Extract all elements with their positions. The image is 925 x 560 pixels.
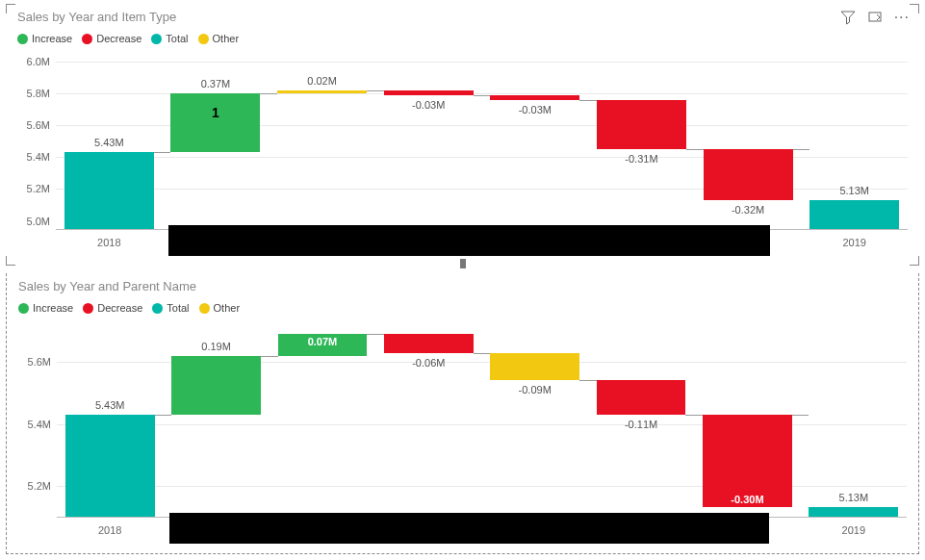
- connector: [685, 415, 703, 416]
- waterfall-bar[interactable]: 5.13M: [801, 200, 908, 229]
- data-label: 5.43M: [56, 137, 163, 148]
- waterfall-bar[interactable]: 5.43M: [57, 415, 163, 517]
- data-label: 5.43M: [57, 399, 163, 411]
- waterfall-bar[interactable]: 0.19M: [163, 356, 269, 415]
- legend-other[interactable]: Other: [214, 302, 241, 314]
- plot-area: 5.6M 5.4M 5.2M 5.43M0.19M0.07M-0.06M-0.0…: [18, 331, 907, 544]
- legend-total[interactable]: Total: [167, 302, 189, 314]
- y-axis: 5.6M 5.4M 5.2M: [18, 331, 55, 517]
- waterfall-bar[interactable]: 0.02M: [269, 90, 375, 93]
- highlight-label: 1: [163, 105, 270, 120]
- y-tick: 5.6M: [27, 119, 50, 131]
- y-axis: 6.0M 5.8M 5.6M 5.4M 5.2M 5.0M: [17, 62, 54, 229]
- connector: [261, 356, 278, 357]
- filter-icon[interactable]: [840, 10, 856, 25]
- waterfall-bar[interactable]: -0.31M: [588, 100, 695, 149]
- connector: [367, 90, 384, 91]
- connector: [792, 415, 809, 416]
- selection-corner: [910, 256, 919, 266]
- chart-sales-by-year-item-type[interactable]: Sales by Year and Item Type ··· Increase…: [6, 4, 919, 266]
- legend: Increase Decrease Total Other: [17, 33, 239, 44]
- waterfall-bar[interactable]: -0.06M: [375, 334, 481, 352]
- y-tick: 5.0M: [27, 216, 50, 227]
- data-label: -0.06M: [375, 357, 481, 369]
- waterfall-bar[interactable]: 5.43M: [56, 152, 163, 229]
- legend: Increase Decrease Total Other: [18, 302, 240, 314]
- connector: [686, 149, 704, 150]
- focus-icon[interactable]: [867, 10, 883, 25]
- x-tick: 2019: [842, 524, 865, 536]
- waterfall-bar[interactable]: 0.07M: [270, 334, 375, 356]
- data-label: -0.09M: [482, 384, 588, 395]
- waterfall-bar[interactable]: -0.11M: [588, 380, 694, 414]
- data-label: 0.07M: [270, 336, 375, 347]
- y-tick: 5.4M: [28, 419, 51, 430]
- waterfall-bar[interactable]: -0.32M: [695, 149, 802, 200]
- waterfall-bar[interactable]: 5.13M: [801, 507, 907, 517]
- data-label: -0.30M: [694, 494, 800, 505]
- y-tick: 5.2M: [27, 183, 50, 194]
- connector: [260, 93, 277, 94]
- data-label: 0.02M: [269, 75, 375, 87]
- connector: [474, 353, 491, 354]
- legend-total[interactable]: Total: [166, 33, 188, 44]
- legend-other[interactable]: Other: [213, 33, 240, 44]
- y-tick: 5.4M: [27, 151, 50, 163]
- chart-sales-by-year-parent-name[interactable]: Sales by Year and Parent Name Increase D…: [6, 273, 919, 554]
- connector: [154, 152, 171, 153]
- waterfall-bar[interactable]: -0.03M: [482, 95, 589, 100]
- plot-area: 6.0M 5.8M 5.6M 5.4M 5.2M 5.0M 5.43M0.37M…: [17, 62, 908, 256]
- data-label: 5.13M: [801, 185, 908, 196]
- connector: [474, 95, 491, 96]
- selection-corner: [6, 4, 15, 13]
- data-label: -0.11M: [588, 419, 694, 430]
- waterfall-bar[interactable]: 0.37M1: [163, 93, 270, 152]
- chart-title: Sales by Year and Item Type: [17, 10, 176, 24]
- y-tick: 6.0M: [27, 56, 50, 67]
- legend-decrease[interactable]: Decrease: [96, 33, 141, 44]
- waterfall-bar[interactable]: -0.03M: [375, 90, 482, 95]
- redacted-labels: [169, 513, 769, 544]
- legend-increase[interactable]: Increase: [32, 33, 72, 44]
- data-label: -0.32M: [695, 204, 802, 216]
- data-label: 0.37M: [163, 78, 270, 89]
- data-label: -0.03M: [375, 99, 482, 111]
- y-tick: 5.6M: [28, 356, 51, 368]
- x-tick: 2018: [98, 524, 121, 536]
- resize-handle[interactable]: [460, 259, 466, 268]
- data-label: -0.03M: [482, 104, 589, 115]
- y-tick: 5.8M: [27, 88, 50, 99]
- data-label: 0.19M: [163, 341, 269, 352]
- x-tick: 2018: [97, 237, 120, 248]
- connector: [155, 415, 172, 416]
- more-icon[interactable]: ···: [894, 13, 910, 22]
- waterfall-bar[interactable]: -0.09M: [482, 353, 588, 381]
- legend-decrease[interactable]: Decrease: [97, 302, 142, 314]
- connector: [367, 334, 384, 335]
- connector: [793, 149, 810, 150]
- legend-increase[interactable]: Increase: [33, 302, 73, 314]
- selection-corner: [6, 256, 15, 266]
- data-label: -0.31M: [588, 153, 695, 165]
- connector: [579, 100, 597, 101]
- y-tick: 5.2M: [28, 480, 51, 492]
- selection-corner: [910, 4, 919, 13]
- x-tick: 2019: [842, 237, 865, 248]
- connector: [579, 380, 597, 381]
- waterfall-bar[interactable]: -0.30M: [694, 415, 800, 508]
- redacted-labels: [168, 225, 769, 256]
- chart-title: Sales by Year and Parent Name: [18, 279, 196, 293]
- data-label: 5.13M: [801, 492, 907, 503]
